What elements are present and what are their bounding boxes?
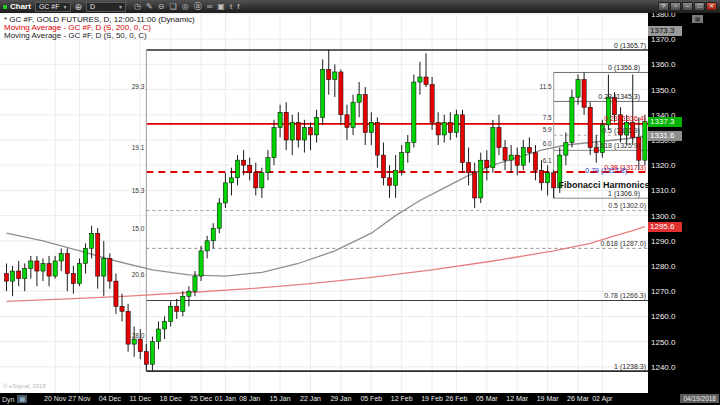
fib-gap-label: 29.3	[132, 83, 145, 90]
fib-level-label: 0.23 (1336.4)	[604, 115, 646, 123]
fib-gap-label: 5.9	[543, 126, 552, 133]
fib-level-label: 0.79 (1317.8)	[585, 167, 627, 175]
fib-level-label: 0.618 (1325.9)	[594, 142, 640, 150]
price-axis-tick: 1280.0	[651, 262, 675, 271]
chevron-down-icon: ▾	[119, 3, 122, 11]
fib-gap-label: 6.1	[543, 157, 552, 164]
fib-gap-label: 28.0	[132, 332, 145, 339]
maximize-button[interactable]: □	[694, 2, 705, 11]
price-axis-tick: 1300.0	[651, 212, 675, 221]
fib-gap-label: 15.3	[132, 187, 145, 194]
fib-level-label: 1 (1238.3)	[614, 363, 646, 371]
toolbar: Chart GC #F ▾ ⊕ D ▾ ◷✎⊖❏◎ⓐ∞▣tf ? ▫ – □ ✕	[0, 0, 720, 13]
symbol-select[interactable]: GC #F ▾	[35, 2, 71, 12]
restore-button[interactable]: ▫	[670, 2, 681, 11]
fibonacci-labels: 0 (1365.7)0.23 (1336.4)0.38 (1317.3)0.5 …	[132, 42, 646, 371]
price-axis-tick: 1350.0	[651, 86, 675, 95]
fib-gap-label: 20.6	[132, 271, 145, 278]
time-axis[interactable]: Dyn ▦ 04/19/2018 20 Nov27 Nov04 Dec11 De…	[0, 393, 720, 405]
minimize-button[interactable]: –	[682, 2, 693, 11]
grid-mode-icon: ▦	[17, 395, 27, 403]
interval-select[interactable]: D ▾	[86, 2, 126, 12]
window-controls: ? ▫ – □ ✕	[658, 2, 717, 11]
fib-gap-label: 6.0	[543, 140, 552, 147]
current-date-badge: 04/19/2018	[680, 394, 719, 403]
price-axis-tick: 1260.0	[651, 312, 675, 321]
price-badge-last-price: 1337.3	[648, 117, 682, 127]
fib-level-label: 0 (1356.8)	[608, 64, 640, 72]
price-axis-tick: 1250.0	[651, 338, 675, 347]
price-axis-tick: 1240.0	[651, 363, 675, 372]
price-axis-tick: 1370.0	[651, 35, 675, 44]
fib-gap-label: 11.5	[540, 83, 553, 90]
close-button[interactable]: ✕	[706, 2, 717, 11]
price-badge-ma200-value: 1295.6	[648, 222, 682, 232]
fib-level-label: 0.5 (1331.9)	[602, 127, 640, 135]
dyn-mode-control[interactable]: Dyn ▦	[2, 395, 27, 403]
axis-settings-icon[interactable]: ▦	[692, 15, 703, 23]
fib-level-label: 0 (1365.7)	[614, 42, 646, 50]
legend-ma50-line: Moving Average - GC #F, D (S, 50, 0, C)	[4, 32, 147, 40]
facebook-icon[interactable]: f	[237, 2, 239, 12]
pencil-draw-icon[interactable]: ✎	[146, 2, 153, 12]
eraser-icon[interactable]: ⊖	[158, 2, 165, 12]
interval-value: D	[90, 3, 95, 11]
tab-chart[interactable]: Chart	[3, 2, 31, 11]
tab-chart-label: Chart	[10, 2, 31, 11]
note-bubble-icon[interactable]: ❏	[169, 2, 176, 12]
fib-level-label: 0.78 (1266.3)	[604, 292, 646, 300]
help-button[interactable]: ?	[658, 2, 669, 11]
twitter-icon[interactable]: t	[230, 2, 232, 12]
price-axis-tick: 1270.0	[651, 287, 675, 296]
fib-gap-label: 15.0	[132, 225, 145, 232]
layout-icon[interactable]: ▣	[217, 2, 225, 12]
link-icon[interactable]: ∞	[207, 2, 213, 12]
esignal-watermark: © eSignal, 2018	[3, 383, 46, 389]
chevron-down-icon: ▾	[64, 3, 67, 11]
history-clock-icon[interactable]: ◷	[134, 2, 141, 12]
toolbar-icons: ◷✎⊖❏◎ⓐ∞▣tf	[134, 2, 239, 12]
fib-level-label: 0.5 (1302.0)	[608, 202, 646, 210]
circle-o-icon[interactable]: ◎	[182, 2, 189, 12]
fib-gap-label: 19.1	[132, 144, 145, 151]
candlestick-chart-canvas[interactable]: 0 (1365.7)0.23 (1336.4)0.38 (1317.3)0.5 …	[0, 13, 648, 393]
price-axis[interactable]: ▦ 1380.01370.01360.01350.01340.01330.013…	[648, 13, 720, 393]
price-axis-tick: 1290.0	[651, 237, 675, 246]
price-axis-tick: 1310.0	[651, 186, 675, 195]
symbol-value: GC #F	[39, 3, 60, 11]
time-axis-tick: 02 Apr	[579, 395, 625, 402]
symbol-lookup-icon[interactable]: ⊕	[75, 2, 83, 12]
price-badge-alert-level: 1373.3	[648, 26, 682, 36]
fibonacci-harmonics-annotation: Fibonacci Harmonics	[556, 180, 652, 190]
circle-a-icon[interactable]: ⓐ	[194, 2, 202, 12]
dyn-mode-label: Dyn	[2, 396, 14, 403]
price-axis-tick: 1320.0	[651, 161, 675, 170]
price-badge-ma50-value: 1331.6	[648, 131, 682, 141]
fib-level-label: 0.23 (1345.3)	[598, 93, 640, 101]
fib-level-label: 1 (1306.9)	[608, 190, 640, 198]
fib-gap-label: 7.5	[543, 114, 552, 121]
status-dot	[3, 5, 7, 9]
application-window: Chart GC #F ▾ ⊕ D ▾ ◷✎⊖❏◎ⓐ∞▣tf ? ▫ – □ ✕…	[0, 0, 720, 405]
price-axis-tick: 1360.0	[651, 60, 675, 69]
price-axis-tick: 1380.0	[651, 13, 675, 19]
fib-level-label: 0.618 (1287.0)	[600, 240, 646, 248]
